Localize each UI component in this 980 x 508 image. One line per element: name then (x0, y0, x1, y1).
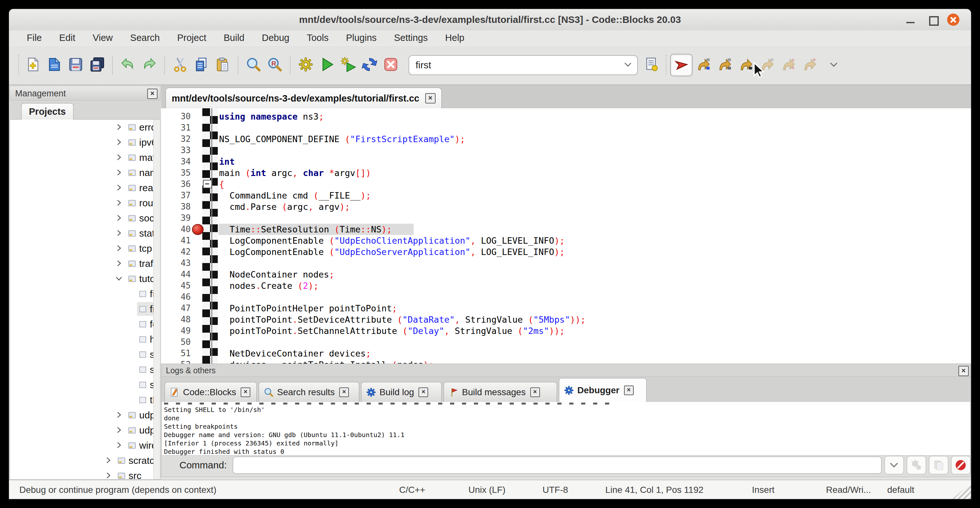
line-number[interactable]: 40 (161, 224, 191, 235)
management-close-icon[interactable]: × (147, 89, 158, 99)
line-number[interactable]: 45 (161, 280, 191, 291)
menu-edit[interactable]: Edit (51, 30, 84, 45)
search-input[interactable] (412, 59, 623, 71)
command-history-button[interactable] (884, 456, 904, 475)
next-line-button[interactable] (714, 54, 735, 76)
logs-tab-debugger[interactable]: Debugger× (559, 378, 647, 402)
title-bar[interactable]: mnt/dev/tools/source/ns-3-dev/examples/t… (9, 9, 971, 30)
chevron-right-icon[interactable] (115, 411, 123, 419)
line-number[interactable]: 36 (161, 178, 191, 190)
code-view[interactable]: 30using namespace ns3;3132NS_LOG_COMPONE… (161, 108, 971, 364)
run-button[interactable] (317, 54, 337, 76)
line-number[interactable]: 52 (161, 359, 191, 364)
chevron-right-icon[interactable] (115, 199, 123, 207)
find-button[interactable] (243, 54, 264, 76)
next-instruction-button[interactable] (778, 54, 799, 76)
menu-project[interactable]: Project (169, 30, 215, 45)
tree-item-erro[interactable]: erro (10, 119, 160, 135)
minimize-button[interactable] (905, 14, 917, 26)
chevron-right-icon[interactable] (115, 138, 123, 147)
maximize-button[interactable] (927, 14, 939, 26)
chevron-right-icon[interactable] (115, 259, 123, 268)
tree-item-nam[interactable]: nam (10, 165, 160, 180)
chevron-right-icon[interactable] (115, 214, 123, 222)
line-number[interactable]: 35 (161, 167, 191, 178)
tree-item-ipv6[interactable]: ipv6 (10, 135, 160, 150)
build-and-run-button[interactable] (337, 54, 359, 76)
cut-button[interactable] (169, 54, 191, 76)
tree-item-th[interactable]: th (10, 392, 160, 408)
step-into-instruction-button[interactable] (799, 54, 820, 76)
chevron-right-icon[interactable] (115, 441, 123, 449)
logs-tab-search-results[interactable]: Search results× (259, 382, 359, 402)
abort-build-button[interactable] (380, 54, 401, 76)
paste-button[interactable] (212, 54, 233, 76)
menu-settings[interactable]: Settings (385, 30, 436, 45)
chevron-right-icon[interactable] (115, 168, 123, 177)
chevron-right-icon[interactable] (115, 244, 123, 252)
resize-grip[interactable] (951, 483, 971, 499)
tree-item-scratch[interactable]: scratch (10, 453, 160, 468)
command-input[interactable] (232, 456, 882, 474)
chevron-right-icon[interactable] (115, 123, 123, 131)
line-number[interactable]: 37 (161, 190, 191, 201)
tree-scrollbar[interactable] (153, 119, 160, 479)
fold-collapse-marker[interactable] (203, 180, 212, 188)
rebuild-button[interactable] (359, 54, 380, 76)
tree-item-stat[interactable]: stat (10, 226, 160, 241)
breakpoint-margin[interactable] (202, 108, 218, 364)
search-combobox[interactable] (409, 55, 638, 75)
line-number[interactable]: 42 (161, 246, 191, 258)
menu-plugins[interactable]: Plugins (337, 30, 385, 45)
tree-item-fif[interactable]: fif (10, 286, 160, 301)
menu-help[interactable]: Help (436, 30, 473, 45)
tree-item-udp-[interactable]: udp- (10, 423, 160, 438)
copy-log-button[interactable] (929, 456, 948, 475)
logs-tab-close-icon[interactable]: × (418, 387, 428, 397)
tree-item-reall[interactable]: reall (10, 180, 160, 195)
debug-continue-button[interactable] (670, 54, 693, 76)
tree-item-sock[interactable]: sock (10, 210, 160, 226)
line-number[interactable]: 46 (161, 291, 191, 303)
tree-item-he[interactable]: he (10, 332, 160, 347)
undo-button[interactable] (117, 54, 138, 76)
tree-item-trafl[interactable]: trafl (10, 256, 160, 271)
goto-function-button[interactable] (641, 54, 662, 76)
replace-button[interactable]: R (264, 54, 285, 76)
debug-toolbar-gripper[interactable] (665, 55, 668, 75)
line-number[interactable]: 38 (161, 201, 191, 212)
tab-projects[interactable]: Projects (21, 103, 73, 119)
menu-build[interactable]: Build (215, 30, 253, 45)
menu-tools[interactable]: Tools (298, 30, 337, 45)
toolbar-gripper[interactable] (18, 55, 20, 75)
line-number[interactable]: 43 (161, 258, 191, 269)
line-number[interactable]: 30 (161, 111, 191, 122)
breakpoint-marker[interactable] (192, 224, 204, 235)
tree-item-udp[interactable]: udp (10, 408, 160, 423)
logs-tab-close-icon[interactable]: × (241, 387, 250, 397)
chevron-right-icon[interactable] (115, 426, 123, 434)
debugger-output[interactable]: Setting SHELL to '/bin/sh'doneSetting br… (162, 402, 970, 455)
tree-item-wire[interactable]: wire (10, 438, 160, 453)
redo-button[interactable] (138, 54, 160, 76)
copy-button[interactable] (191, 54, 212, 76)
line-number[interactable]: 39 (161, 212, 191, 224)
menu-view[interactable]: View (84, 30, 121, 45)
chevron-right-icon[interactable] (104, 456, 113, 465)
chevron-right-icon[interactable] (115, 229, 123, 237)
line-number[interactable]: 44 (161, 269, 191, 280)
step-out-button[interactable] (756, 54, 778, 76)
logs-tab-code-blocks[interactable]: Code::Blocks× (165, 382, 257, 402)
step-into-button[interactable] (735, 54, 756, 76)
line-number[interactable]: 47 (161, 303, 191, 314)
line-number[interactable]: 48 (161, 314, 191, 325)
line-number[interactable]: 33 (161, 145, 191, 156)
tree-item-fo[interactable]: fo (10, 317, 160, 332)
new-file-button[interactable] (22, 54, 44, 76)
tree-item-tcp[interactable]: tcp (10, 241, 160, 256)
menu-search[interactable]: Search (121, 30, 169, 45)
build-button[interactable] (295, 54, 317, 76)
line-number[interactable]: 41 (161, 235, 191, 246)
tree-item-rout[interactable]: rout (10, 195, 160, 210)
logs-tab-close-icon[interactable]: × (530, 387, 540, 397)
